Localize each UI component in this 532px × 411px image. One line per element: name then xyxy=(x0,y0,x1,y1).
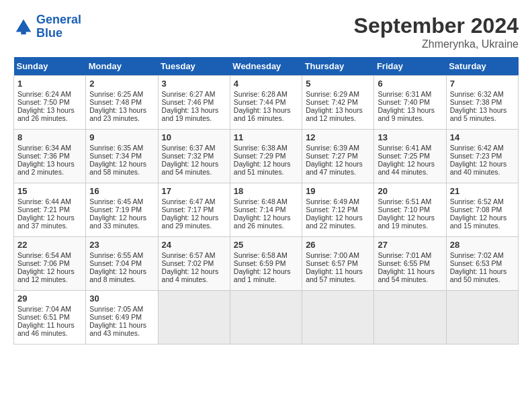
calendar-cell: 4Sunrise: 6:28 AMSunset: 7:44 PMDaylight… xyxy=(230,76,302,130)
daylight-text: Daylight: 13 hours and 12 minutes. xyxy=(306,106,363,122)
day-number: 14 xyxy=(450,132,515,142)
day-number: 7 xyxy=(450,79,515,89)
daylight-text: Daylight: 11 hours and 57 minutes. xyxy=(306,267,363,283)
weekday-sunday: Sunday xyxy=(14,57,86,76)
weekday-friday: Friday xyxy=(374,57,446,76)
logo: General Blue xyxy=(13,13,81,40)
logo-general: General xyxy=(36,13,81,26)
sunrise-text: Sunrise: 6:37 AM xyxy=(162,144,216,152)
daylight-text: Daylight: 12 hours and 4 minutes. xyxy=(162,267,219,283)
calendar-cell: 8Sunrise: 6:34 AMSunset: 7:36 PMDaylight… xyxy=(14,130,86,183)
sunset-text: Sunset: 7:17 PM xyxy=(162,205,214,214)
sunset-text: Sunset: 7:38 PM xyxy=(450,98,502,106)
day-number: 30 xyxy=(89,293,154,304)
sunset-text: Sunset: 7:12 PM xyxy=(306,205,358,214)
daylight-text: Daylight: 12 hours and 47 minutes. xyxy=(306,160,363,176)
weekday-header-row: SundayMondayTuesdayWednesdayThursdayFrid… xyxy=(14,57,519,76)
calendar-cell: 29Sunrise: 7:04 AMSunset: 6:51 PMDayligh… xyxy=(14,291,86,345)
day-number: 29 xyxy=(17,293,82,304)
daylight-text: Daylight: 12 hours and 40 minutes. xyxy=(450,160,507,176)
calendar-cell: 28Sunrise: 7:02 AMSunset: 6:53 PMDayligh… xyxy=(446,237,518,291)
calendar-cell: 15Sunrise: 6:44 AMSunset: 7:21 PMDayligh… xyxy=(14,183,86,237)
daylight-text: Daylight: 12 hours and 37 minutes. xyxy=(17,214,75,230)
sunset-text: Sunset: 6:53 PM xyxy=(450,259,502,267)
daylight-text: Daylight: 13 hours and 5 minutes. xyxy=(450,106,507,122)
sunset-text: Sunset: 7:02 PM xyxy=(162,259,214,267)
sunrise-text: Sunrise: 6:29 AM xyxy=(306,90,359,98)
calendar-cell: 19Sunrise: 6:49 AMSunset: 7:12 PMDayligh… xyxy=(302,183,374,237)
calendar-cell: 18Sunrise: 6:48 AMSunset: 7:14 PMDayligh… xyxy=(230,183,302,237)
calendar-cell: 12Sunrise: 6:39 AMSunset: 7:27 PMDayligh… xyxy=(302,130,374,183)
day-number: 11 xyxy=(234,132,298,142)
sunrise-text: Sunrise: 6:44 AM xyxy=(17,197,71,205)
daylight-text: Daylight: 12 hours and 54 minutes. xyxy=(162,160,219,176)
sunrise-text: Sunrise: 6:41 AM xyxy=(378,144,431,152)
day-number: 23 xyxy=(89,240,154,250)
logo-text: General Blue xyxy=(36,13,81,40)
calendar-cell: 16Sunrise: 6:45 AMSunset: 7:19 PMDayligh… xyxy=(86,183,158,237)
daylight-text: Daylight: 12 hours and 33 minutes. xyxy=(89,214,146,230)
calendar-cell: 2Sunrise: 6:25 AMSunset: 7:48 PMDaylight… xyxy=(86,76,158,130)
week-row-3: 15Sunrise: 6:44 AMSunset: 7:21 PMDayligh… xyxy=(14,183,519,237)
calendar-cell: 1Sunrise: 6:24 AMSunset: 7:50 PMDaylight… xyxy=(14,76,86,130)
day-number: 6 xyxy=(378,79,442,89)
day-number: 28 xyxy=(450,240,515,250)
calendar-cell: 3Sunrise: 6:27 AMSunset: 7:46 PMDaylight… xyxy=(158,76,230,130)
weekday-saturday: Saturday xyxy=(446,57,518,76)
day-number: 26 xyxy=(306,240,370,250)
sunrise-text: Sunrise: 6:42 AM xyxy=(450,144,504,152)
calendar-cell: 22Sunrise: 6:54 AMSunset: 7:06 PMDayligh… xyxy=(14,237,86,291)
sunset-text: Sunset: 6:51 PM xyxy=(17,313,70,321)
sunrise-text: Sunrise: 6:58 AM xyxy=(234,251,287,259)
weekday-thursday: Thursday xyxy=(302,57,374,76)
sunset-text: Sunset: 7:50 PM xyxy=(17,98,70,106)
calendar-cell: 13Sunrise: 6:41 AMSunset: 7:25 PMDayligh… xyxy=(374,130,446,183)
sunrise-text: Sunrise: 6:47 AM xyxy=(162,197,216,205)
sunrise-text: Sunrise: 6:28 AM xyxy=(234,90,287,98)
day-number: 27 xyxy=(378,240,442,250)
month-title: September 2024 xyxy=(354,13,519,38)
calendar-cell: 30Sunrise: 7:05 AMSunset: 6:49 PMDayligh… xyxy=(86,291,158,345)
sunrise-text: Sunrise: 7:04 AM xyxy=(17,305,71,313)
daylight-text: Daylight: 13 hours and 9 minutes. xyxy=(378,106,435,122)
calendar-cell xyxy=(302,291,374,345)
calendar-cell xyxy=(158,291,230,345)
sunset-text: Sunset: 7:19 PM xyxy=(89,205,142,214)
calendar-cell: 26Sunrise: 7:00 AMSunset: 6:57 PMDayligh… xyxy=(302,237,374,291)
sunset-text: Sunset: 7:10 PM xyxy=(378,205,430,214)
daylight-text: Daylight: 12 hours and 51 minutes. xyxy=(234,160,291,176)
sunrise-text: Sunrise: 7:01 AM xyxy=(378,251,431,259)
daylight-text: Daylight: 12 hours and 29 minutes. xyxy=(162,214,219,230)
weekday-wednesday: Wednesday xyxy=(230,57,302,76)
sunset-text: Sunset: 7:21 PM xyxy=(17,205,70,214)
logo-icon xyxy=(13,17,34,37)
sunset-text: Sunset: 7:06 PM xyxy=(17,259,70,267)
sunrise-text: Sunrise: 6:57 AM xyxy=(162,251,216,259)
day-number: 21 xyxy=(450,186,515,196)
sunset-text: Sunset: 7:36 PM xyxy=(17,152,70,160)
day-number: 16 xyxy=(89,186,154,196)
day-number: 8 xyxy=(17,132,82,142)
day-number: 9 xyxy=(89,132,154,142)
sunset-text: Sunset: 7:04 PM xyxy=(89,259,142,267)
day-number: 10 xyxy=(162,132,226,142)
weekday-monday: Monday xyxy=(86,57,158,76)
sunset-text: Sunset: 6:59 PM xyxy=(234,259,286,267)
sunrise-text: Sunrise: 6:24 AM xyxy=(17,90,71,98)
sunrise-text: Sunrise: 6:38 AM xyxy=(234,144,287,152)
day-number: 17 xyxy=(162,186,226,196)
calendar-cell: 21Sunrise: 6:52 AMSunset: 7:08 PMDayligh… xyxy=(446,183,518,237)
calendar-cell: 6Sunrise: 6:31 AMSunset: 7:40 PMDaylight… xyxy=(374,76,446,130)
calendar-cell: 11Sunrise: 6:38 AMSunset: 7:29 PMDayligh… xyxy=(230,130,302,183)
calendar-cell: 9Sunrise: 6:35 AMSunset: 7:34 PMDaylight… xyxy=(86,130,158,183)
week-row-4: 22Sunrise: 6:54 AMSunset: 7:06 PMDayligh… xyxy=(14,237,519,291)
calendar-cell xyxy=(446,291,518,345)
calendar-cell: 23Sunrise: 6:55 AMSunset: 7:04 PMDayligh… xyxy=(86,237,158,291)
calendar-cell: 10Sunrise: 6:37 AMSunset: 7:32 PMDayligh… xyxy=(158,130,230,183)
sunset-text: Sunset: 7:27 PM xyxy=(306,152,358,160)
svg-marker-0 xyxy=(16,19,32,32)
day-number: 12 xyxy=(306,132,370,142)
svg-rect-1 xyxy=(21,31,26,34)
calendar-table: SundayMondayTuesdayWednesdayThursdayFrid… xyxy=(13,57,519,345)
calendar-body: 1Sunrise: 6:24 AMSunset: 7:50 PMDaylight… xyxy=(14,76,519,345)
